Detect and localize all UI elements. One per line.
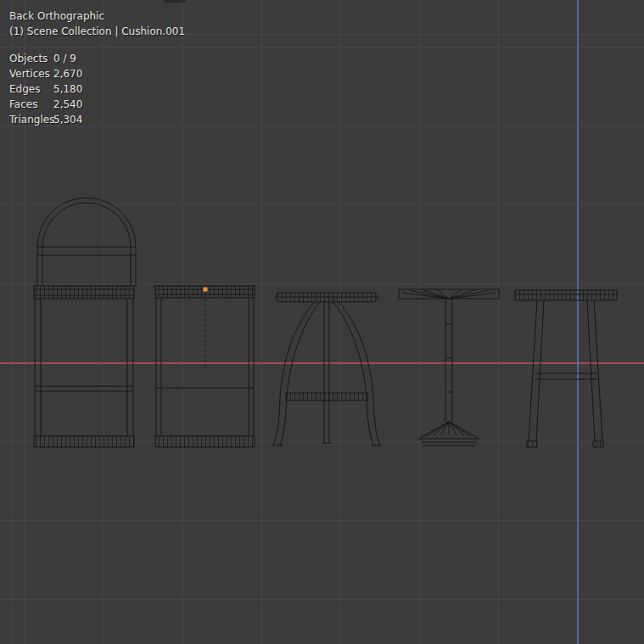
statistics-overlay: Objects 0 / 9 Vertices 2,670 Edges 5,180… [9,51,185,127]
context-label: (1) Scene Collection | Cushion.001 [9,25,185,37]
object-round-table[interactable] [272,293,382,445]
object-origin-dot[interactable] [203,287,208,292]
pedestal-column [445,299,452,422]
splayed-table-right-leg [587,300,602,441]
stat-row-edges: Edges 5,180 [9,81,185,97]
chair-arch-outer [37,198,136,286]
stat-label: Objects [9,53,53,64]
stat-value: 5,180 [53,83,82,95]
stat-label: Faces [9,98,53,110]
splayed-table-left-foot [527,441,537,447]
round-table-left-leg [273,302,320,445]
round-table-feet [272,443,382,445]
stat-row-objects: Objects 0 / 9 [9,51,185,66]
object-cushion-box[interactable] [155,286,255,447]
object-arched-chair[interactable] [34,198,136,447]
chair-back-rail [37,247,136,255]
object-pedestal-table[interactable] [399,289,499,445]
round-table-post [324,302,329,443]
stat-value: 2,670 [53,68,82,80]
round-table-shelf [286,393,367,400]
3d-viewport[interactable]: Back Orthographic (1) Scene Collection |… [0,0,644,644]
view-label: Back Orthographic [9,10,185,22]
stat-value: 5,304 [53,114,82,126]
stat-label: Triangles [9,114,53,126]
chair-arch-inner [42,203,131,286]
chair-seat [34,286,134,299]
splayed-table-right-foot [593,441,603,447]
editor-top-notch [164,0,186,3]
splayed-table-top [515,290,617,300]
box-bottom-rail [155,436,255,447]
object-splayed-table[interactable] [515,290,617,447]
chair-crossbar [35,386,133,391]
stat-row-vertices: Vertices 2,670 [9,66,185,81]
stat-label: Vertices [9,68,53,80]
pedestal-base-fan [420,422,478,438]
pedestal-base-rings [418,439,479,445]
chair-legs [35,299,133,437]
viewport-text-overlay: Back Orthographic (1) Scene Collection |… [9,10,185,127]
stat-row-triangles: Triangles 5,304 [9,112,185,127]
splayed-table-left-leg [529,300,544,441]
stat-value: 0 / 9 [53,53,76,64]
stat-value: 2,540 [53,98,82,110]
pedestal-top-spokes [402,289,496,299]
stat-label: Edges [9,83,53,95]
chair-bottom-rail [34,436,134,447]
splayed-table-crossbar [535,373,597,379]
round-table-right-leg [333,302,380,445]
stat-row-faces: Faces 2,540 [9,97,185,112]
